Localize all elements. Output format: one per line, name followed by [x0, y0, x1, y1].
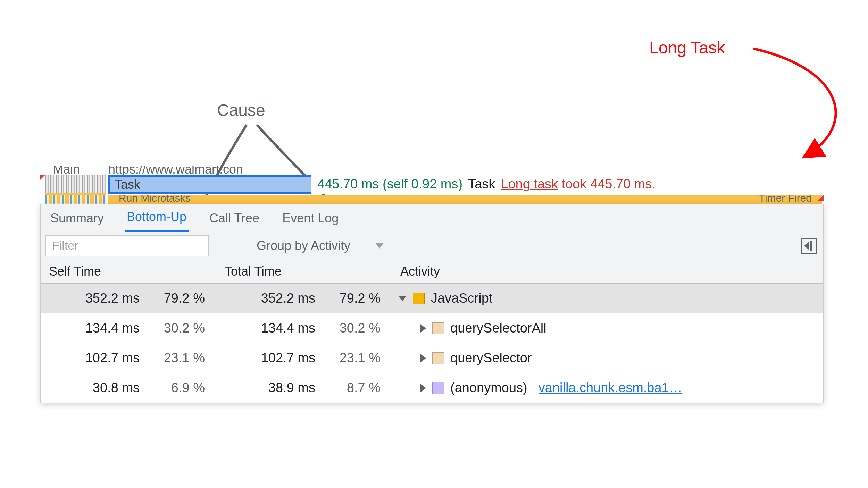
- self-time-cell: 102.7 ms23.1 %: [41, 343, 216, 373]
- tab-event-log[interactable]: Event Log: [280, 205, 341, 232]
- self-time-bar: [145, 353, 160, 363]
- mini-tasks: [45, 175, 106, 193]
- category-swatch-icon: [432, 382, 444, 394]
- self-time-ms: 134.4 ms: [58, 321, 145, 336]
- tooltip-warning: Long task took 445.70 ms.: [501, 177, 656, 192]
- total-time-ms: 38.9 ms: [234, 380, 321, 395]
- activity-cell: querySelector: [392, 343, 823, 373]
- activity-source-link[interactable]: vanilla.chunk.esm.ba1…: [539, 380, 682, 395]
- total-time-cell: 134.4 ms30.2 %: [216, 313, 392, 343]
- group-by-label: Group by Activity: [257, 238, 350, 253]
- disclosure-closed-icon[interactable]: [420, 324, 426, 333]
- total-time-ms: 102.7 ms: [234, 351, 321, 365]
- self-time-pct: 23.1 %: [145, 351, 211, 365]
- table-body: 352.2 ms79.2 %352.2 ms79.2 %JavaScript13…: [41, 284, 823, 403]
- total-time-cell: 352.2 ms79.2 %: [216, 284, 392, 313]
- mini-bars: [45, 195, 106, 205]
- total-time-cell: 102.7 ms23.1 %: [216, 343, 392, 373]
- table-headers: Self Time Total Time Activity: [41, 259, 823, 284]
- total-time-pct: 8.7 %: [321, 380, 387, 395]
- table-row[interactable]: 352.2 ms79.2 %352.2 ms79.2 %JavaScript: [41, 284, 823, 313]
- category-swatch-icon: [413, 293, 425, 304]
- table-row[interactable]: 102.7 ms23.1 %102.7 ms23.1 %querySelecto…: [41, 343, 823, 373]
- self-time-pct: 30.2 %: [145, 321, 211, 336]
- total-time-bar: [321, 323, 341, 334]
- total-time-bar: [321, 353, 336, 363]
- self-time-bar: [145, 323, 165, 334]
- chevron-down-icon: [375, 243, 384, 249]
- tab-summary[interactable]: Summary: [48, 205, 106, 232]
- disclosure-open-icon[interactable]: [398, 296, 407, 301]
- activity-name: (anonymous): [450, 380, 527, 395]
- activity-cell: JavaScript: [392, 284, 823, 313]
- disclosure-closed-icon[interactable]: [420, 384, 426, 392]
- task-bar-label: Task: [115, 177, 140, 192]
- tooltip-duration: 445.70 ms (self 0.92 ms): [317, 177, 462, 192]
- activity-name: querySelector: [450, 351, 532, 365]
- annotation-cause: Cause: [217, 101, 265, 120]
- group-by-select[interactable]: Group by Activity: [257, 238, 384, 253]
- header-activity[interactable]: Activity: [392, 259, 823, 283]
- self-time-cell: 30.8 ms6.9 %: [41, 373, 216, 403]
- table-row[interactable]: 30.8 ms6.9 %38.9 ms8.7 %(anonymous)vanil…: [41, 373, 823, 403]
- filter-input[interactable]: Filter: [45, 235, 209, 256]
- activity-name: querySelectorAll: [450, 321, 546, 336]
- category-swatch-icon: [432, 352, 444, 364]
- self-time-ms: 30.8 ms: [58, 380, 145, 395]
- total-time-bar: [321, 382, 327, 393]
- table-row[interactable]: 134.4 ms30.2 %134.4 ms30.2 %querySelecto…: [41, 313, 823, 343]
- category-swatch-icon: [432, 322, 444, 334]
- filter-row: Filter Group by Activity: [41, 232, 823, 259]
- tab-call-tree[interactable]: Call Tree: [207, 205, 261, 232]
- self-time-pct: 79.2 %: [145, 291, 211, 306]
- annotation-long-task: Long Task: [649, 38, 725, 57]
- activity-cell: querySelectorAll: [392, 313, 823, 343]
- total-time-ms: 352.2 ms: [234, 291, 321, 306]
- long-task-flag-icon: [818, 195, 824, 201]
- activity-cell: (anonymous)vanilla.chunk.esm.ba1…: [392, 373, 823, 403]
- self-time-pct: 6.9 %: [145, 380, 211, 395]
- tab-bottom-up[interactable]: Bottom-Up: [125, 203, 189, 232]
- self-time-ms: 352.2 ms: [58, 291, 145, 306]
- panel-tabs: Summary Bottom-Up Call Tree Event Log: [41, 204, 823, 232]
- total-time-pct: 79.2 %: [321, 291, 387, 306]
- total-time-cell: 38.9 ms8.7 %: [216, 373, 392, 403]
- task-tooltip: 445.70 ms (self 0.92 ms) Task Long task …: [311, 174, 662, 194]
- self-time-cell: 134.4 ms30.2 %: [41, 313, 216, 343]
- total-time-pct: 30.2 %: [321, 321, 387, 336]
- header-self-time[interactable]: Self Time: [41, 259, 216, 283]
- header-total-time[interactable]: Total Time: [216, 259, 392, 283]
- show-heaviest-stack-icon[interactable]: [801, 238, 817, 254]
- disclosure-closed-icon[interactable]: [420, 354, 426, 362]
- overflow-marker-left: [40, 175, 45, 180]
- self-time-cell: 352.2 ms79.2 %: [41, 284, 216, 313]
- total-time-pct: 23.1 %: [321, 351, 387, 365]
- bottom-panel: Summary Bottom-Up Call Tree Event Log Fi…: [40, 204, 824, 403]
- total-time-ms: 134.4 ms: [234, 321, 321, 336]
- tooltip-name: Task: [468, 177, 495, 192]
- self-time-ms: 102.7 ms: [58, 351, 145, 365]
- self-time-bar: [145, 382, 150, 393]
- activity-name: JavaScript: [431, 291, 492, 306]
